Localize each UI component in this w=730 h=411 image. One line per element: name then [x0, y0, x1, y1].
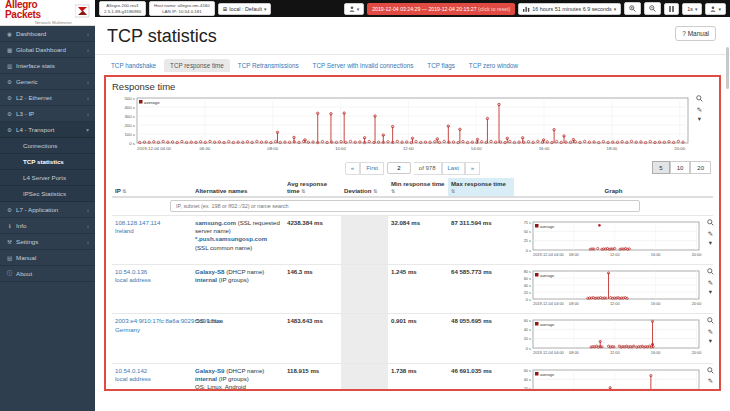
sidebar-item-generic[interactable]: ⚙Generic‹	[0, 74, 95, 90]
edit-icon[interactable]: ✎	[708, 378, 713, 385]
scope-select[interactable]: ⊞ local : Default ▾	[218, 3, 272, 15]
pause-button[interactable]	[664, 3, 679, 15]
sidebar-item-l2-ethernet[interactable]: ⚙L2 - Ethernet‹	[0, 90, 95, 106]
max-response-time: 46 691.035 ms	[448, 363, 514, 391]
click-to-reset-hint: (click to reset)	[478, 6, 510, 12]
account-menu-button[interactable]: ▾	[705, 3, 726, 15]
page-next-button[interactable]: »	[465, 162, 480, 175]
svg-text:16:00: 16:00	[539, 146, 550, 151]
alt-name-link[interactable]: Galaxy-S9	[195, 367, 224, 374]
row-graph[interactable]: 75 s50 s25 s0 s2019-12-04 04:0008:0012:0…	[517, 219, 703, 261]
svg-text:20 s: 20 s	[524, 290, 531, 295]
svg-text:20:00: 20:00	[692, 351, 703, 356]
collapse-icon[interactable]: ▾	[709, 388, 712, 391]
row-graph[interactable]: 60 s40 s20 s0 s2019-12-04 04:0008:0012:0…	[517, 317, 703, 359]
duration-select[interactable]: 16 hours 51 minutes 6.9 seconds ▾	[518, 3, 621, 15]
panel-title: Response time	[112, 81, 713, 92]
collapse-icon[interactable]: ▾	[709, 240, 712, 247]
gauge-icon: ◉	[6, 31, 13, 37]
zoom-icon[interactable]	[707, 268, 714, 277]
max-response-time: 48 055.695 ms	[448, 314, 514, 363]
ip-link[interactable]: 10.54.0.142	[115, 367, 147, 375]
edit-icon[interactable]: ✎	[708, 231, 713, 238]
ip-link[interactable]: 10.54.0.136	[115, 268, 147, 276]
tab-tcp-retransmissions[interactable]: TCP Retransmissions	[232, 59, 305, 72]
alt-name-link[interactable]: Galaxy-S8	[195, 268, 224, 275]
sidebar-item-l7-application[interactable]: ⚙L7 - Application‹	[0, 202, 95, 218]
tab-tcp-response-time[interactable]: TCP response time	[164, 59, 230, 72]
svg-text:60 s: 60 s	[524, 367, 531, 372]
alt-name-link[interactable]: internal	[195, 375, 217, 382]
sidebar-item-about[interactable]: ⓘAbout	[0, 266, 95, 282]
chevron-icon: ‹	[87, 31, 89, 37]
interval-select[interactable]: 1s ▾	[682, 3, 702, 15]
sidebar-item-tcp-statistics[interactable]: TCP statistics	[0, 154, 95, 170]
alt-name-link[interactable]: samsung.com	[195, 219, 236, 226]
page-size-5[interactable]: 5	[652, 161, 669, 174]
user-menu-button[interactable]: ▾	[344, 3, 365, 15]
row-graph[interactable]: 60 s40 s20 s0 s2019-12-04 04:0008:0012:0…	[517, 367, 703, 391]
zoom-icon[interactable]	[707, 317, 714, 326]
col-header-max-response-time[interactable]: Max response time ⇅	[448, 178, 514, 197]
search-input[interactable]	[170, 200, 640, 212]
sidebar-item-connections[interactable]: Connections	[0, 138, 95, 154]
col-header-deviation[interactable]: Deviation ⇅	[341, 178, 388, 197]
edit-icon[interactable]: ✎	[708, 329, 713, 336]
zoom-icon[interactable]	[707, 219, 714, 228]
sidebar-item-l4-transport[interactable]: ⚙L4 - Transport▾	[0, 122, 95, 138]
sidebar-item-l4-server-ports[interactable]: L4 Server Ports	[0, 170, 95, 186]
ip-location-link[interactable]: Ireland	[115, 227, 134, 235]
edit-icon[interactable]: ✎	[697, 107, 702, 114]
time-range-badge[interactable]: 2019-12-04 03:24:29 — 2019-12-04 20:15:2…	[367, 3, 515, 15]
svg-text:08:00: 08:00	[267, 146, 278, 151]
edit-icon[interactable]: ✎	[708, 280, 713, 287]
col-header-alternative-names: Alternative names	[192, 178, 284, 197]
sidebar-item-manual[interactable]: ▤Manual	[0, 250, 95, 266]
page-first-button[interactable]: First	[360, 162, 384, 175]
sidebar-item-global-dashboard[interactable]: ▦Global Dashboard‹	[0, 42, 95, 58]
col-header-min-response-time[interactable]: Min response time ⇅	[388, 178, 448, 197]
sort-icon: ⇅	[301, 188, 305, 194]
alt-name-link[interactable]: *.push.samsungosp.com	[195, 235, 267, 242]
collapse-icon[interactable]: ▾	[698, 116, 701, 123]
col-header-avg-response-time[interactable]: Avg response time ⇅	[284, 178, 341, 197]
sidebar-item-settings[interactable]: ⚒Settings‹	[0, 234, 95, 250]
tab-tcp-zero-window[interactable]: TCP zero window	[463, 59, 524, 72]
tab-tcp-server-with-invalid-connections[interactable]: TCP Server with invalid connections	[307, 59, 420, 72]
tab-tcp-flags[interactable]: TCP flags	[421, 59, 461, 72]
sidebar-item-l3-ip[interactable]: ⚙L3 - IP‹	[0, 106, 95, 122]
page-prev-button[interactable]: «	[345, 162, 360, 175]
sidebar-item-interface-stats[interactable]: ▥Interface stats	[0, 58, 95, 74]
alt-name-link[interactable]: internal	[195, 276, 217, 283]
zoom-icon[interactable]	[696, 95, 703, 104]
sidebar-item-dashboard[interactable]: ◉Dashboard‹	[0, 26, 95, 42]
ip-link[interactable]: 108.128.147.114	[115, 219, 160, 227]
row-graph[interactable]: 80 s60 s40 s20 s0 s2019-12-04 04:0008:00…	[517, 268, 703, 310]
ip-location-link[interactable]: local address	[115, 375, 151, 383]
svg-text:average: average	[540, 224, 554, 229]
response-time-chart[interactable]: 500 s400 s300 s200 s100 s0 s2019-12-04 0…	[112, 95, 692, 157]
ip-location-link[interactable]: Germany	[115, 326, 140, 334]
collapse-icon[interactable]: ▾	[709, 338, 712, 345]
sidebar-item-info[interactable]: ℹInfo‹	[0, 218, 95, 234]
grid-view-icon: ⊞	[223, 6, 228, 12]
page-input[interactable]	[387, 162, 411, 174]
ip-location-link[interactable]: local address	[115, 276, 151, 284]
zoom-icon[interactable]	[707, 367, 714, 376]
svg-text:50 s: 50 s	[524, 229, 531, 234]
sidebar-item-ipsec-statistics[interactable]: IPSec Statistics	[0, 186, 95, 202]
manual-button[interactable]: ? Manual	[675, 26, 716, 41]
svg-text:average: average	[540, 371, 554, 376]
collapse-icon[interactable]: ▾	[709, 289, 712, 296]
logo[interactable]: Allegro Packets Network Multimeter	[0, 0, 95, 26]
page-last-button[interactable]: Last	[442, 162, 465, 175]
zoom-out-button[interactable]	[644, 2, 661, 15]
sidebar-item-label: L3 - IP	[16, 110, 34, 117]
col-header-ip[interactable]: IP ⇅	[112, 178, 192, 197]
zoom-in-button[interactable]	[624, 2, 641, 15]
page-size-20[interactable]: 20	[690, 161, 711, 174]
tab-tcp-handshake[interactable]: TCP handshake	[105, 59, 162, 72]
scrollbar-thumb[interactable]	[726, 47, 729, 89]
sort-icon: ⇅	[122, 188, 126, 194]
page-size-10[interactable]: 10	[670, 161, 691, 174]
